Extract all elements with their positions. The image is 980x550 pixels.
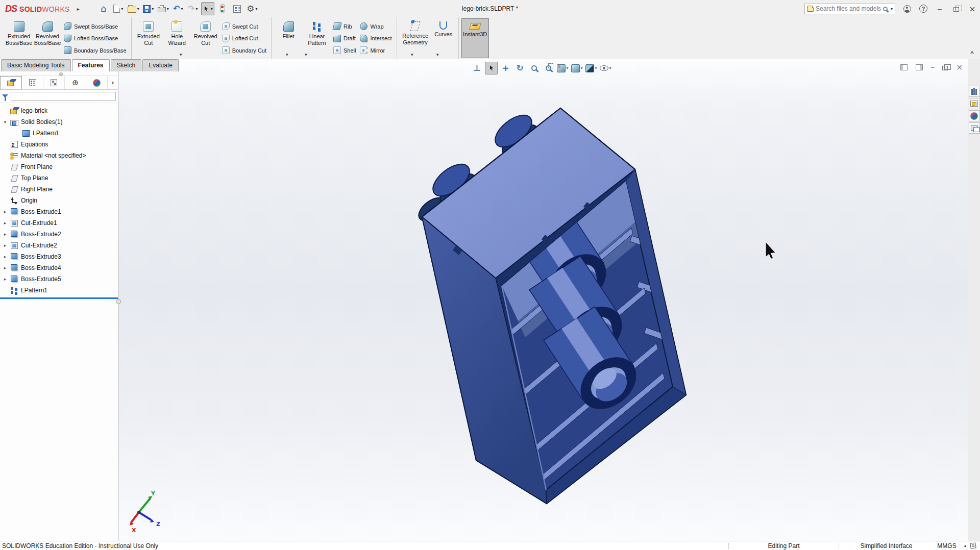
tab-dimxpert-manager[interactable] (65, 76, 86, 89)
rollback-bar[interactable] (0, 297, 118, 299)
menu-flyout-arrow-icon[interactable]: ▸ (77, 6, 80, 12)
tree-item-cut-extrude1[interactable]: ▸Cut-Extrude1 (0, 217, 118, 229)
tab-evaluate[interactable]: Evaluate (142, 59, 179, 71)
tree-item-boss-extrude1[interactable]: ▸Boss-Extrude1 (0, 206, 118, 217)
tree-item-top-plane[interactable]: Top Plane (0, 172, 118, 184)
draft-button[interactable]: Draft (333, 33, 356, 44)
appearances-button[interactable] (969, 110, 980, 121)
help-button[interactable]: ? (919, 4, 928, 13)
tab-display-manager[interactable] (86, 76, 108, 89)
expand-right-pane-icon[interactable] (916, 64, 923, 70)
doc-minimize-button[interactable]: – (931, 64, 935, 71)
select-tool-button[interactable]: ▾ (201, 2, 214, 15)
panel-resize-grip[interactable] (116, 299, 121, 304)
tree-item-boss-extrude5[interactable]: ▸Boss-Extrude5 (0, 273, 118, 285)
display-pane-button[interactable] (231, 2, 244, 15)
normal-to-button[interactable] (471, 62, 483, 74)
save-button[interactable]: ▾ (142, 2, 155, 15)
hide-show-items-button[interactable]: ▾ (599, 62, 612, 74)
restore-button[interactable] (951, 4, 961, 13)
tree-filter-input[interactable] (11, 92, 116, 101)
view-orientation-button[interactable]: ▾ (556, 62, 569, 74)
tab-feature-tree[interactable] (0, 76, 22, 89)
tag-icon[interactable] (970, 542, 976, 548)
minimize-button[interactable]: – (935, 4, 944, 13)
tree-item-boss-extrude3[interactable]: ▸Boss-Extrude3 (0, 251, 118, 262)
lofted-cut-button[interactable]: Lofted Cut (222, 33, 266, 44)
tree-item-boss-extrude4[interactable]: ▸Boss-Extrude4 (0, 262, 118, 273)
options-button[interactable]: ▾ (246, 2, 259, 15)
graphics-viewport[interactable]: ▾ ▾ ▾ ▾ – × (0, 59, 968, 541)
undo-button[interactable]: ▾ (172, 2, 185, 15)
tree-item-solid-bodies[interactable]: ▾Solid Bodies(1) (0, 116, 118, 128)
mirror-button[interactable]: Mirror (360, 44, 391, 56)
intersect-button[interactable]: Intersect (360, 33, 391, 44)
collapse-ribbon-icon[interactable]: ^ (970, 50, 974, 57)
flyout-arrow-icon[interactable]: ▾ (436, 52, 439, 57)
tree-item-equations[interactable]: Equations (0, 139, 118, 150)
interface-mode-label[interactable]: Simplified Interface (839, 542, 934, 549)
extruded-boss-base-button[interactable]: Extruded Boss/Base (5, 18, 33, 58)
units-dropdown-icon[interactable]: ▴ (960, 543, 970, 548)
home-button[interactable] (97, 2, 110, 15)
tree-item-origin[interactable]: Origin (0, 195, 118, 206)
redo-button[interactable]: ▾ (186, 2, 200, 15)
flyout-arrow-icon[interactable]: ▾ (286, 52, 288, 57)
search-dropdown-icon[interactable]: ▾ (891, 7, 893, 11)
curves-button[interactable]: Curves (431, 18, 456, 58)
doc-close-button[interactable]: × (956, 63, 963, 72)
search-icon[interactable] (883, 7, 888, 11)
select-button[interactable] (485, 62, 498, 74)
pan-button[interactable] (499, 62, 512, 74)
search-input[interactable] (816, 5, 881, 12)
extruded-cut-button[interactable]: Extruded Cut (134, 18, 163, 58)
tree-item-part[interactable]: lego-brick (0, 105, 118, 116)
units-selector[interactable]: MMGS (934, 542, 960, 549)
tree-item-boss-extrude2[interactable]: ▸Boss-Extrude2 (0, 229, 118, 240)
user-account-button[interactable] (902, 4, 912, 13)
shell-button[interactable]: Shell (333, 44, 356, 56)
tree-item-body-lpattern1[interactable]: LPattern1 (0, 128, 118, 139)
print-button[interactable]: ▾ (157, 2, 170, 15)
tree-item-material[interactable]: Material <not specified> (0, 150, 118, 161)
tab-sketch[interactable]: Sketch (111, 59, 142, 71)
flyout-arrow-icon[interactable]: ▾ (180, 52, 182, 57)
instant3d-button[interactable]: Instant3D (461, 18, 489, 58)
rib-button[interactable]: Rib (333, 20, 356, 32)
forum-button[interactable] (969, 122, 980, 134)
hole-wizard-button[interactable]: Hole Wizard (163, 18, 191, 58)
tree-item-right-plane[interactable]: Right Plane (0, 184, 118, 195)
lofted-boss-base-button[interactable]: Lofted Boss/Base (64, 33, 127, 44)
boundary-boss-base-button[interactable]: Boundary Boss/Base (64, 44, 127, 56)
rotate-view-button[interactable] (513, 62, 526, 74)
wrap-button[interactable]: Wrap (360, 20, 391, 32)
reference-geometry-button[interactable]: Reference Geometry (400, 18, 431, 58)
custom-properties-button[interactable] (969, 98, 980, 109)
doc-restore-icon[interactable] (942, 66, 948, 70)
panel-splitter-handle[interactable] (0, 71, 118, 76)
flyout-arrow-icon[interactable]: ▾ (411, 52, 413, 57)
design-library-button[interactable] (969, 86, 980, 97)
zoom-to-area-button[interactable] (542, 62, 555, 74)
search-box[interactable]: ▾ (804, 4, 895, 14)
close-button[interactable]: × (968, 4, 977, 13)
collapse-left-pane-icon[interactable] (900, 64, 908, 70)
tree-item-front-plane[interactable]: Front Plane (0, 161, 118, 172)
tab-configuration-manager[interactable] (43, 76, 65, 89)
new-document-button[interactable]: ▾ (112, 2, 125, 15)
display-style-button[interactable]: ▾ (571, 62, 583, 74)
flyout-arrow-icon[interactable]: ▾ (305, 52, 307, 57)
open-document-button[interactable]: ▾ (127, 2, 140, 15)
swept-cut-button[interactable]: Swept Cut (222, 20, 266, 32)
revolved-boss-base-button[interactable]: Revolved Boss/Base (33, 18, 62, 58)
tree-item-lpattern1[interactable]: LPattern1 (0, 285, 118, 296)
tab-basic-modeling-tools[interactable]: Basic Modeling Tools (1, 59, 71, 71)
revolved-cut-button[interactable]: Revolved Cut (191, 18, 220, 58)
fillet-button[interactable]: Fillet (274, 18, 303, 58)
expand-panel-chevron-icon[interactable]: › (108, 76, 118, 89)
tab-features[interactable]: Features (72, 59, 110, 71)
rebuild-button[interactable] (216, 2, 229, 15)
zoom-button[interactable] (528, 62, 541, 74)
tree-item-cut-extrude2[interactable]: ▸Cut-Extrude2 (0, 240, 118, 251)
tab-property-manager[interactable] (22, 76, 43, 89)
